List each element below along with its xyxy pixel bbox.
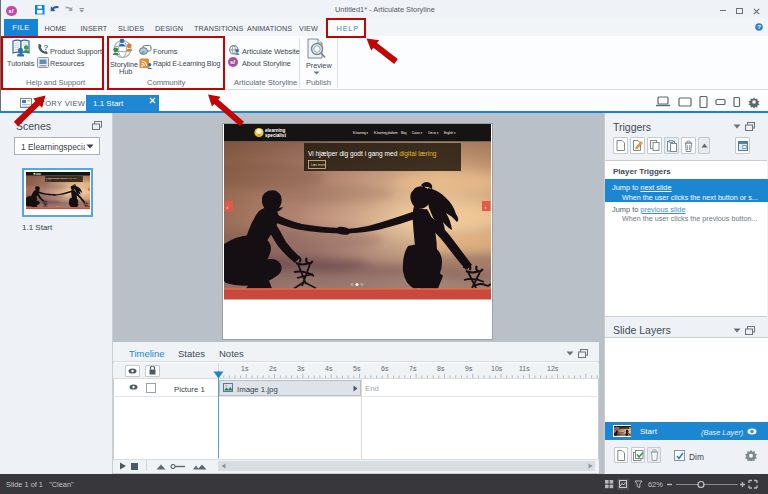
svg-text:8s: 8s [437,365,445,372]
svg-text:3s: 3s [297,365,305,372]
svg-text:4s: 4s [325,365,333,372]
svg-text:10s: 10s [491,365,503,372]
svg-text:62%: 62% [648,480,663,489]
svg-text:1s: 1s [241,365,249,372]
svg-text:5s: 5s [353,365,361,372]
svg-text:12s: 12s [547,365,559,372]
svg-text:sl: sl [230,59,235,65]
svg-text:9s: 9s [465,365,473,372]
svg-text:?: ? [757,24,761,30]
svg-text:11s: 11s [519,365,530,372]
svg-text:6s: 6s [381,365,389,372]
svg-text:7s: 7s [409,365,417,372]
svg-text:2s: 2s [269,365,277,372]
